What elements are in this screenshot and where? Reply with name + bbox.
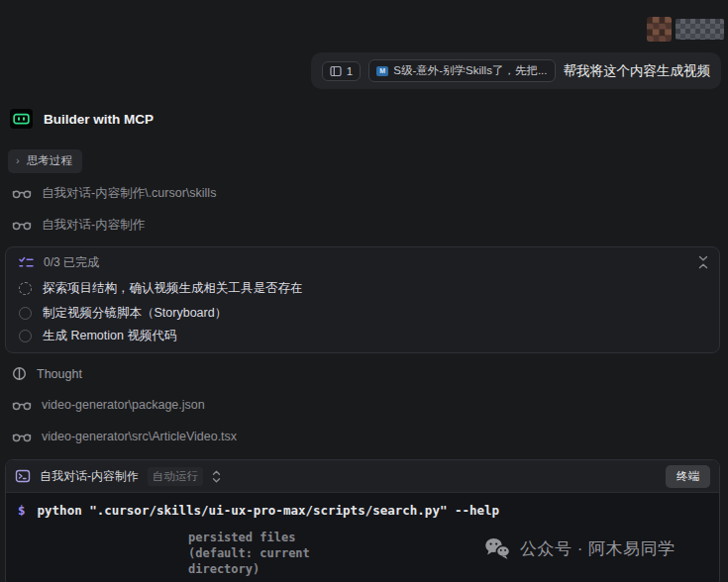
- todo-item-3[interactable]: 生成 Remotion 视频代码: [19, 328, 176, 344]
- output-line: directory): [188, 561, 707, 577]
- read-item-skills[interactable]: 自我对话-内容制作\.cursor\skills: [12, 185, 216, 202]
- todo-item-1[interactable]: 探索项目结构，确认视频生成相关工具是否存在: [19, 280, 303, 297]
- glasses-icon: [12, 400, 32, 411]
- user-avatar: [647, 17, 672, 42]
- checklist-icon: [19, 256, 34, 269]
- pending-circle-icon: [19, 330, 32, 342]
- in-progress-spinner-icon: [19, 282, 32, 295]
- glasses-icon: [12, 432, 32, 442]
- read-item-label: 自我对话-内容制作\.cursor\skills: [42, 185, 216, 202]
- thought-icon: [12, 366, 27, 381]
- chevron-right-icon: ›: [16, 155, 20, 166]
- terminal-header: 自我对话-内容制作 自动运行 终端: [6, 460, 719, 493]
- wechat-icon: [484, 537, 511, 560]
- user-name-redacted: [676, 19, 724, 40]
- command-text: python ".cursor/skills/ui-ux-pro-max/scr…: [38, 503, 500, 518]
- todo-card: 0/3 已完成 探索项目结构，确认视频生成相关工具是否存在 制定视频分镜脚本（S…: [5, 246, 720, 353]
- chip-label: 1: [347, 65, 353, 77]
- collapse-icon[interactable]: [698, 255, 708, 269]
- watermark-text: 公众号 · 阿木易同学: [520, 537, 676, 560]
- terminal-icon: [15, 468, 31, 484]
- watermark: 公众号 · 阿木易同学: [484, 537, 676, 560]
- terminal-button[interactable]: 终端: [666, 465, 710, 488]
- context-chip-tab-count[interactable]: 1: [322, 61, 361, 81]
- file-item-package-json[interactable]: video-generator\package.json: [12, 398, 205, 412]
- pending-circle-icon: [19, 307, 32, 320]
- editor-pane-icon: [330, 65, 342, 77]
- robot-icon: [10, 109, 33, 129]
- todo-item-label: 探索项目结构，确认视频生成相关工具是否存在: [43, 280, 303, 297]
- chip-label: S级-意外-别学Skills了，先把...: [393, 63, 547, 78]
- terminal-title: 自我对话-内容制作: [40, 468, 139, 485]
- thought-toggle[interactable]: Thought: [12, 366, 82, 381]
- command-line: $ python ".cursor/skills/ui-ux-pro-max/s…: [18, 503, 707, 518]
- glasses-icon: [12, 188, 32, 199]
- todo-item-label: 生成 Remotion 视频代码: [43, 328, 176, 344]
- todo-progress: 0/3 已完成: [44, 254, 99, 271]
- run-mode-label[interactable]: 自动运行: [148, 467, 203, 486]
- todo-item-label: 制定视频分镜脚本（Storyboard）: [43, 305, 227, 322]
- read-item-content[interactable]: 自我对话-内容制作: [12, 217, 145, 234]
- context-chip-markdown-file[interactable]: M S级-意外-别学Skills了，先把...: [368, 59, 555, 82]
- file-item-label: video-generator\src\ArticleVideo.tsx: [42, 430, 237, 443]
- thinking-label: 思考过程: [27, 153, 72, 168]
- select-chevrons-icon[interactable]: [212, 470, 221, 483]
- file-item-articlevideo-tsx[interactable]: video-generator\src\ArticleVideo.tsx: [12, 430, 237, 443]
- file-item-label: video-generator\package.json: [42, 398, 205, 412]
- thought-label: Thought: [37, 367, 82, 381]
- shell-prompt: $: [18, 503, 26, 518]
- todo-header: 0/3 已完成: [19, 254, 99, 271]
- todo-item-2[interactable]: 制定视频分镜脚本（Storyboard）: [19, 305, 227, 322]
- read-item-label: 自我对话-内容制作: [42, 217, 145, 234]
- user-message-text: 帮我将这个内容生成视频: [564, 62, 711, 80]
- agent-name: Builder with MCP: [44, 112, 154, 127]
- agent-header: Builder with MCP: [10, 109, 154, 129]
- thinking-process-toggle[interactable]: › 思考过程: [8, 149, 82, 173]
- markdown-icon: M: [376, 66, 388, 76]
- glasses-icon: [12, 220, 32, 231]
- terminal-card: 自我对话-内容制作 自动运行 终端 $ python ".cursor/skil…: [5, 459, 720, 582]
- user-message-bubble: 1 M S级-意外-别学Skills了，先把... 帮我将这个内容生成视频: [311, 52, 721, 89]
